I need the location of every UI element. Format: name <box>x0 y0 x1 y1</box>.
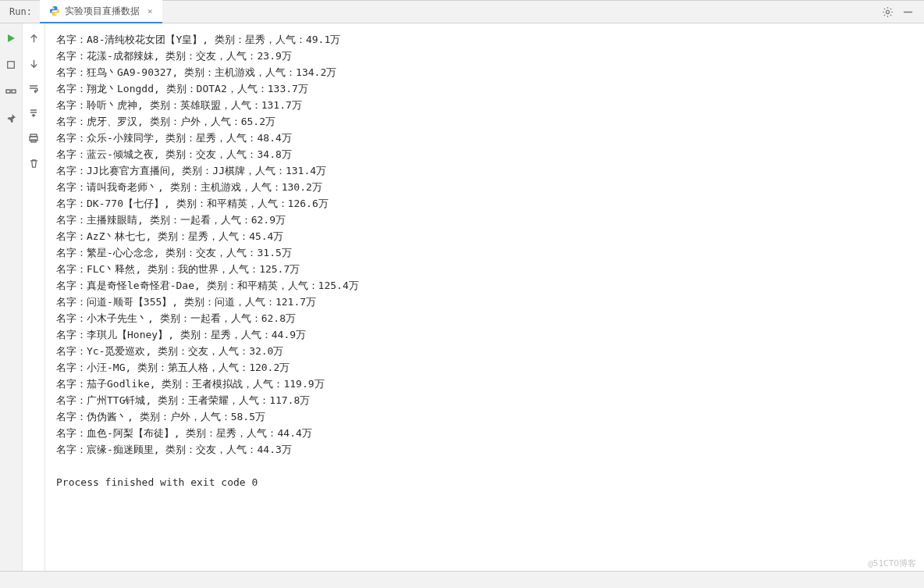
print-icon[interactable] <box>27 131 41 145</box>
run-gutter-tools <box>23 23 45 571</box>
console-line: 名字：小汪-MG, 类别：第五人格，人气：120.2万 <box>56 359 921 376</box>
console-line: 名字：虎牙、罗汉, 类别：户外，人气：65.2万 <box>56 113 921 130</box>
run-tab-label: 实验项目直播数据 <box>65 5 140 18</box>
console-line: 名字：血色-阿梨【布徒】, 类别：星秀，人气：44.4万 <box>56 425 921 441</box>
console-line: 名字：A8-清纯校花女团【Y皇】, 类别：星秀，人气：49.1万 <box>56 31 921 48</box>
run-label: Run: <box>0 1 40 23</box>
layout-icon[interactable] <box>4 84 18 98</box>
console-line: 名字：狂鸟丶GA9-90327, 类别：主机游戏，人气：134.2万 <box>56 64 921 80</box>
python-file-icon <box>49 5 60 16</box>
console-line: 名字：请叫我奇老师丶, 类别：主机游戏，人气：130.2万 <box>56 179 921 195</box>
console-line: 名字：茄子Godlike, 类别：王者模拟战，人气：119.9万 <box>56 376 921 392</box>
console-line: 名字：DK-770【七仔】, 类别：和平精英，人气：126.6万 <box>56 195 921 212</box>
run-gutter-left <box>0 23 23 571</box>
trash-icon[interactable] <box>27 156 41 170</box>
down-arrow-icon[interactable] <box>27 56 41 70</box>
close-icon[interactable]: × <box>147 6 153 16</box>
console-line: 名字：JJ比赛官方直播间, 类别：JJ棋牌，人气：131.4万 <box>56 162 921 179</box>
console-line: 名字：宸缘-痴迷顾里, 类别：交友，人气：44.3万 <box>56 441 921 458</box>
console-line: 名字：伪伪酱丶, 类别：户外，人气：58.5万 <box>56 408 921 425</box>
pin-icon[interactable] <box>4 111 18 125</box>
console-line: 名字：Yc-觅爱巡欢, 类别：交友，人气：32.0万 <box>56 343 921 359</box>
up-arrow-icon[interactable] <box>27 31 41 45</box>
watermark-text: @51CTO博客 <box>868 558 916 569</box>
gear-icon[interactable] <box>880 5 894 19</box>
console-line: 名字：问道-顺哥【355】, 类别：问道，人气：121.7万 <box>56 294 921 310</box>
console-line: 名字：AzZ丶林七七, 类别：星秀，人气：45.4万 <box>56 228 921 244</box>
stop-icon[interactable] <box>4 58 18 72</box>
svg-rect-2 <box>8 62 15 69</box>
console-line: 名字：主播辣眼睛, 类别：一起看，人气：62.9万 <box>56 212 921 228</box>
status-bar <box>0 571 924 588</box>
console-line: 名字：真是奇怪le奇怪君-Dae, 类别：和平精英，人气：125.4万 <box>56 277 921 294</box>
scroll-to-end-icon[interactable] <box>27 106 41 120</box>
svg-rect-3 <box>6 90 10 93</box>
console-line: 名字：花漾-成都辣妹, 类别：交友，人气：23.9万 <box>56 48 921 64</box>
rerun-icon[interactable] <box>4 31 18 45</box>
soft-wrap-icon[interactable] <box>27 81 41 95</box>
console-line: 名字：繁星-心心念念, 类别：交友，人气：31.5万 <box>56 244 921 261</box>
console-line: 名字：FLC丶释然, 类别：我的世界，人气：125.7万 <box>56 261 921 277</box>
console-line: 名字：聆听丶虎神, 类别：英雄联盟，人气：131.7万 <box>56 97 921 113</box>
console-output[interactable]: 名字：A8-清纯校花女团【Y皇】, 类别：星秀，人气：49.1万名字：花漾-成都… <box>45 23 924 571</box>
console-line: 名字：翔龙丶Longdd, 类别：DOTA2，人气：133.7万 <box>56 80 921 97</box>
process-exit-line: Process finished with exit code 0 <box>56 474 921 490</box>
run-tabbar: Run: 实验项目直播数据 × <box>0 1 924 23</box>
console-line: 名字：蓝云-倾城之夜, 类别：交友，人气：34.8万 <box>56 146 921 162</box>
console-line: 名字：众乐-小辣同学, 类别：星秀，人气：48.4万 <box>56 130 921 146</box>
minimize-icon[interactable] <box>901 5 915 19</box>
console-line: 名字：小木子先生丶, 类别：一起看，人气：62.8万 <box>56 310 921 326</box>
console-line: 名字：广州TTG钎城, 类别：王者荣耀，人气：117.8万 <box>56 392 921 408</box>
console-line: 名字：李琪儿【Honey】, 类别：星秀，人气：44.9万 <box>56 326 921 343</box>
svg-rect-4 <box>12 90 16 93</box>
run-tab-active[interactable]: 实验项目直播数据 × <box>40 0 162 23</box>
svg-point-0 <box>886 10 889 13</box>
